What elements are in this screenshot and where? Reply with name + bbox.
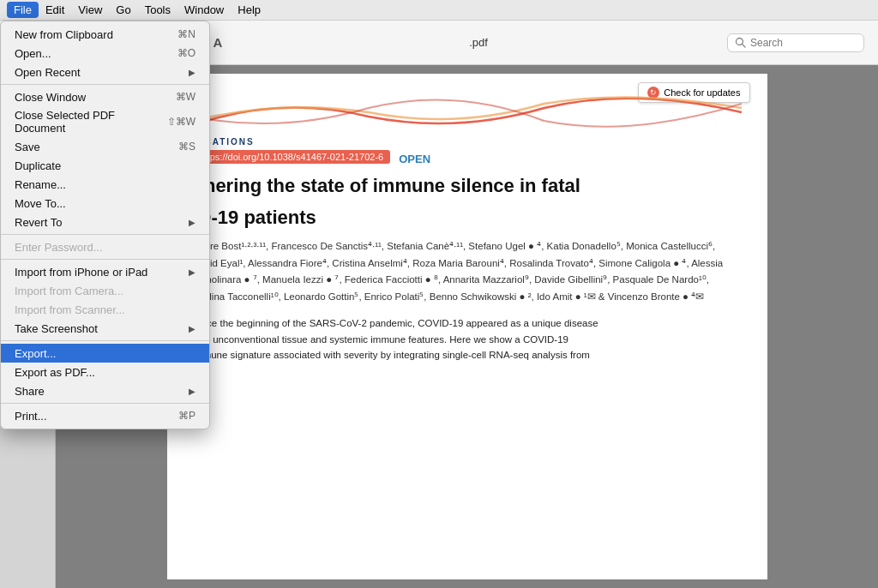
menu-item-take-screenshot[interactable]: Take Screenshot ▶ bbox=[1, 319, 209, 338]
menu-go[interactable]: Go bbox=[109, 2, 137, 18]
menu-tools[interactable]: Tools bbox=[138, 2, 177, 18]
menu-item-import-scanner: Import from Scanner... bbox=[1, 300, 209, 319]
search-box[interactable] bbox=[727, 33, 864, 52]
menu-item-share[interactable]: Share ▶ bbox=[1, 381, 209, 400]
search-icon bbox=[735, 37, 746, 48]
menu-item-revert-to[interactable]: Revert To ▶ bbox=[1, 213, 209, 231]
menu-view[interactable]: View bbox=[71, 2, 109, 18]
menu-item-save[interactable]: Save ⌘S bbox=[1, 137, 209, 156]
menu-item-move-to[interactable]: Move To... bbox=[1, 194, 209, 213]
authors: Pierre Bost¹·²·³·¹¹, Francesco De Sancti… bbox=[193, 238, 742, 305]
toolbar-title: .pdf bbox=[240, 36, 717, 49]
separator-3 bbox=[1, 259, 209, 260]
paper-title-line2: ID-19 patients bbox=[193, 206, 742, 231]
abstract: Since the beginning of the SARS-CoV-2 pa… bbox=[193, 315, 742, 363]
menu-file[interactable]: File bbox=[7, 2, 39, 18]
menu-bar: File Edit View Go Tools Window Help bbox=[0, 0, 878, 21]
separator-2 bbox=[1, 234, 209, 235]
pdf-page: ↻ Check for updates NICATIONS https://do… bbox=[167, 74, 767, 579]
separator-4 bbox=[1, 340, 209, 341]
menu-item-duplicate[interactable]: Duplicate bbox=[1, 156, 209, 175]
menu-edit[interactable]: Edit bbox=[39, 2, 71, 18]
menu-item-rename[interactable]: Rename... bbox=[1, 175, 209, 194]
menu-window[interactable]: Window bbox=[177, 2, 231, 18]
menu-item-new-clipboard[interactable]: New from Clipboard ⌘N bbox=[1, 25, 209, 44]
file-dropdown-menu: New from Clipboard ⌘N Open... ⌘O Open Re… bbox=[0, 21, 210, 429]
menu-item-close-window[interactable]: Close Window ⌘W bbox=[1, 87, 209, 106]
menu-item-import-camera: Import from Camera... bbox=[1, 281, 209, 300]
communications-text: NICATIONS bbox=[193, 137, 742, 147]
menu-item-export[interactable]: Export... bbox=[1, 344, 209, 363]
menu-item-export-pdf[interactable]: Export as PDF... bbox=[1, 363, 209, 381]
menu-item-open-recent[interactable]: Open Recent ▶ bbox=[1, 63, 209, 81]
search-input[interactable] bbox=[750, 37, 836, 49]
open-badge: OPEN bbox=[399, 153, 430, 165]
menu-item-print[interactable]: Print... ⌘P bbox=[1, 406, 209, 425]
doi-badge: https://doi.org/10.1038/s41467-021-21702… bbox=[193, 150, 391, 164]
menu-item-enter-password: Enter Password... bbox=[1, 237, 209, 256]
menu-item-open[interactable]: Open... ⌘O bbox=[1, 44, 209, 63]
svg-point-8 bbox=[737, 39, 743, 45]
separator-1 bbox=[1, 84, 209, 85]
separator-5 bbox=[1, 403, 209, 404]
svg-line-9 bbox=[743, 45, 745, 47]
menu-item-close-pdf[interactable]: Close Selected PDF Document ⇧⌘W bbox=[1, 106, 209, 137]
menu-help[interactable]: Help bbox=[231, 2, 268, 18]
file-dropdown-overlay: New from Clipboard ⌘N Open... ⌘O Open Re… bbox=[0, 21, 210, 429]
wave-header bbox=[193, 91, 742, 134]
paper-title-line1: phering the state of immune silence in f… bbox=[193, 174, 742, 199]
menu-item-import-iphone[interactable]: Import from iPhone or iPad ▶ bbox=[1, 262, 209, 281]
